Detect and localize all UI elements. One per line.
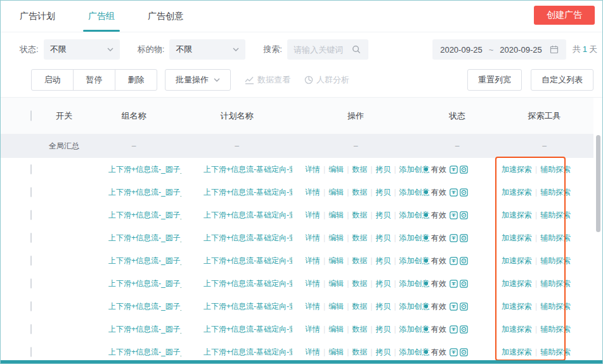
action-link-0[interactable]: 详情 bbox=[305, 188, 320, 197]
explore-link-0[interactable]: 加速探索 bbox=[502, 188, 532, 197]
audience-analysis-link[interactable]: 人群分析 bbox=[304, 74, 349, 86]
explore-link-0[interactable]: 加速探索 bbox=[502, 325, 532, 334]
action-link-0[interactable]: 详情 bbox=[305, 233, 320, 242]
explore-link-0[interactable]: 加速探索 bbox=[502, 279, 532, 288]
action-link-3[interactable]: 拷贝 bbox=[375, 165, 391, 174]
action-link-2[interactable]: 数据 bbox=[352, 165, 367, 174]
row-checkbox[interactable] bbox=[30, 164, 32, 174]
explore-link-0[interactable]: 加速探索 bbox=[502, 211, 532, 219]
search-input[interactable] bbox=[294, 45, 352, 55]
explore-link-1[interactable]: 辅助探索 bbox=[540, 279, 571, 288]
explore-link-0[interactable]: 加速探索 bbox=[502, 302, 532, 311]
action-link-3[interactable]: 拷贝 bbox=[375, 233, 391, 242]
action-link-0[interactable]: 详情 bbox=[305, 279, 320, 288]
tab-ad-plan[interactable]: 广告计划 bbox=[20, 1, 55, 32]
action-link-2[interactable]: 数据 bbox=[352, 348, 367, 356]
action-link-1[interactable]: 编辑 bbox=[328, 279, 344, 288]
action-link-1[interactable]: 编辑 bbox=[328, 302, 344, 311]
group-name-link[interactable]: 上下滑+信息流-_圆子_-素造... bbox=[86, 233, 181, 244]
action-link-2[interactable]: 数据 bbox=[352, 233, 367, 242]
date-range-picker[interactable]: 2020-09-25 ~ 2020-09-25 bbox=[432, 39, 566, 60]
action-link-1[interactable]: 编辑 bbox=[328, 165, 344, 174]
tab-ad-group[interactable]: 广告组 bbox=[88, 1, 115, 32]
create-ad-button[interactable]: 创建广告 bbox=[534, 6, 595, 25]
explore-link-1[interactable]: 辅助探索 bbox=[540, 348, 571, 356]
batch-operations-dropdown[interactable]: 批量操作 bbox=[165, 69, 231, 91]
group-name-link[interactable]: 上下滑+信息流-_圆子_-素造... bbox=[86, 187, 181, 198]
explore-link-0[interactable]: 加速探索 bbox=[502, 165, 532, 174]
action-link-0[interactable]: 详情 bbox=[305, 302, 320, 311]
action-link-2[interactable]: 数据 bbox=[352, 256, 367, 265]
row-checkbox[interactable] bbox=[30, 301, 32, 311]
action-link-1[interactable]: 编辑 bbox=[328, 233, 344, 242]
explore-link-1[interactable]: 辅助探索 bbox=[540, 211, 571, 219]
data-view-link[interactable]: 数据查看 bbox=[245, 74, 290, 86]
action-link-1[interactable]: 编辑 bbox=[328, 188, 344, 197]
plan-name-link[interactable]: 上下滑+信息流-基础定向-竖... bbox=[181, 210, 292, 221]
tab-ad-creative[interactable]: 广告创意 bbox=[148, 1, 183, 32]
row-checkbox[interactable] bbox=[30, 324, 32, 334]
action-link-2[interactable]: 数据 bbox=[352, 302, 367, 311]
action-link-2[interactable]: 数据 bbox=[352, 325, 367, 334]
explore-link-1[interactable]: 辅助探索 bbox=[540, 325, 571, 334]
pause-button[interactable]: 暂停 bbox=[73, 69, 115, 91]
action-link-3[interactable]: 拷贝 bbox=[375, 325, 391, 334]
plan-name-link[interactable]: 上下滑+信息流-基础定向-竖... bbox=[181, 278, 292, 289]
plan-name-link[interactable]: 上下滑+信息流-基础定向-竖... bbox=[181, 301, 292, 312]
plan-name-link[interactable]: 上下滑+信息流-基础定向-竖... bbox=[181, 347, 292, 358]
action-link-1[interactable]: 编辑 bbox=[328, 325, 344, 334]
row-checkbox[interactable] bbox=[30, 187, 32, 197]
group-name-link[interactable]: 上下滑+信息流-_圆子_-素造... bbox=[86, 324, 181, 335]
select-all-checkbox[interactable] bbox=[30, 110, 32, 121]
action-link-3[interactable]: 拷贝 bbox=[375, 302, 391, 311]
action-link-1[interactable]: 编辑 bbox=[328, 211, 344, 219]
action-link-0[interactable]: 详情 bbox=[305, 165, 320, 174]
explore-link-1[interactable]: 辅助探索 bbox=[540, 165, 571, 174]
explore-link-0[interactable]: 加速探索 bbox=[502, 233, 532, 242]
action-link-2[interactable]: 数据 bbox=[352, 188, 367, 197]
group-name-link[interactable]: 上下滑+信息流-_圆子_-素造... bbox=[86, 301, 181, 312]
action-link-2[interactable]: 数据 bbox=[352, 279, 367, 288]
group-name-link[interactable]: 上下滑+信息流-_圆子_-素造... bbox=[86, 210, 181, 221]
action-link-0[interactable]: 详情 bbox=[305, 256, 320, 265]
group-name-link[interactable]: 上下滑+信息流-_圆子_-素造... bbox=[86, 278, 181, 289]
customize-list-button[interactable]: 自定义列表 bbox=[531, 69, 593, 91]
plan-name-link[interactable]: 上下滑+信息流-基础定向-竖... bbox=[181, 256, 292, 266]
action-link-0[interactable]: 详情 bbox=[305, 348, 320, 356]
explore-link-1[interactable]: 辅助探索 bbox=[540, 302, 571, 311]
action-link-0[interactable]: 详情 bbox=[305, 325, 320, 334]
reset-column-width-button[interactable]: 重置列宽 bbox=[467, 69, 522, 91]
explore-link-0[interactable]: 加速探索 bbox=[502, 256, 532, 265]
group-name-link[interactable]: 上下滑+信息流-_圆子_-素造... bbox=[86, 347, 181, 358]
explore-link-1[interactable]: 辅助探索 bbox=[540, 233, 571, 242]
action-link-3[interactable]: 拷贝 bbox=[375, 211, 391, 219]
plan-name-link[interactable]: 上下滑+信息流-基础定向-竖... bbox=[181, 187, 292, 198]
plan-name-link[interactable]: 上下滑+信息流-基础定向-竖... bbox=[181, 233, 292, 244]
start-button[interactable]: 启动 bbox=[31, 69, 74, 91]
plan-name-link[interactable]: 上下滑+信息流-基础定向-竖... bbox=[181, 324, 292, 335]
action-link-1[interactable]: 编辑 bbox=[328, 256, 344, 265]
group-name-link[interactable]: 上下滑+信息流-_圆子_-素造... bbox=[86, 256, 181, 266]
search-icon[interactable] bbox=[352, 45, 361, 54]
row-checkbox[interactable] bbox=[30, 233, 32, 243]
vertical-scrollbar-thumb[interactable] bbox=[596, 135, 600, 232]
plan-name-link[interactable]: 上下滑+信息流-基础定向-竖... bbox=[181, 164, 292, 175]
group-name-link[interactable]: 上下滑+信息流-_圆子_-素造... bbox=[86, 164, 181, 175]
explore-link-1[interactable]: 辅助探索 bbox=[540, 188, 571, 197]
action-link-3[interactable]: 拷贝 bbox=[375, 188, 391, 197]
row-checkbox[interactable] bbox=[30, 347, 32, 357]
action-link-3[interactable]: 拷贝 bbox=[375, 279, 391, 288]
target-filter-select[interactable]: 不限 bbox=[169, 39, 245, 60]
row-checkbox[interactable] bbox=[30, 210, 32, 220]
explore-link-1[interactable]: 辅助探索 bbox=[540, 256, 571, 265]
explore-link-0[interactable]: 加速探索 bbox=[502, 348, 532, 356]
delete-button[interactable]: 删除 bbox=[115, 69, 157, 91]
action-link-0[interactable]: 详情 bbox=[305, 211, 320, 219]
action-link-3[interactable]: 拷贝 bbox=[375, 348, 391, 356]
row-checkbox[interactable] bbox=[30, 278, 32, 289]
action-link-2[interactable]: 数据 bbox=[352, 211, 367, 219]
action-link-3[interactable]: 拷贝 bbox=[375, 256, 391, 265]
status-filter-select[interactable]: 不限 bbox=[44, 39, 120, 60]
row-checkbox[interactable] bbox=[30, 256, 32, 266]
action-link-1[interactable]: 编辑 bbox=[328, 348, 344, 356]
